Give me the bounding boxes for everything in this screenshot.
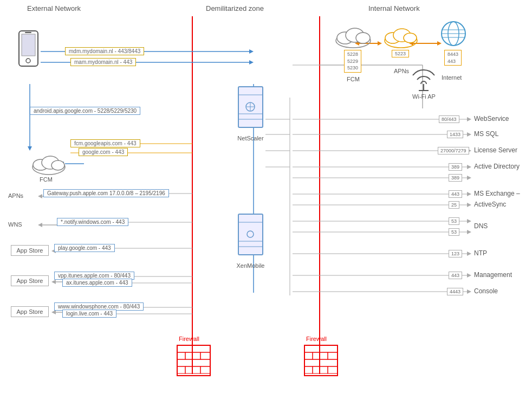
ax-itunes-label: ax.itunes.apple.com - 443 [62, 279, 132, 287]
svg-marker-49 [467, 192, 471, 196]
svg-rect-123 [304, 359, 320, 366]
dmz-title: Demilitarized zone [206, 4, 264, 12]
gateway-push-label: Gateway.push.apple.com 17.0.0.0/8 – 2195… [43, 189, 169, 197]
svg-rect-126 [313, 366, 328, 373]
network-diagram: External Network Demilitarized zone Inte… [0, 0, 532, 393]
port-dns2: 53 [449, 228, 459, 236]
svg-marker-27 [51, 310, 56, 314]
svg-rect-122 [328, 352, 338, 359]
port-ntp: 123 [449, 250, 462, 257]
service-console: Console [474, 287, 498, 295]
svg-rect-108 [192, 345, 210, 352]
svg-marker-55 [467, 289, 471, 294]
firewall-1-label: Firewall [179, 336, 199, 342]
svg-marker-44 [467, 117, 471, 121]
svg-marker-54 [467, 273, 471, 278]
fcm-cloud-left [30, 151, 68, 176]
svg-rect-113 [192, 359, 210, 366]
port-mgmt-443: 443 [449, 272, 462, 279]
fcm-port-5230: 5230 [347, 65, 358, 72]
svg-marker-3 [249, 49, 254, 54]
svg-marker-52 [467, 230, 471, 234]
svg-rect-72 [22, 34, 35, 56]
appstore-1: App Store [11, 245, 49, 256]
port-mssql: 1433 [447, 131, 463, 138]
svg-rect-86 [238, 214, 263, 255]
svg-rect-118 [304, 345, 320, 352]
svg-marker-23 [51, 280, 56, 284]
port-license: 27000/7279 [438, 147, 469, 154]
play-google-label: play.google.com - 443 [54, 244, 115, 252]
internal-network-title: Internal Network [368, 4, 420, 12]
fcm-port-5229: 5229 [347, 58, 358, 65]
port-dns1: 53 [449, 217, 459, 225]
port-mgmt-4443: 4443 [447, 288, 463, 295]
internet-port-443: 443 [447, 58, 458, 65]
login-live-label: login.live.com - 443 [62, 310, 116, 318]
apns-left-label: APNs [8, 192, 23, 199]
external-network-title: External Network [27, 4, 81, 12]
svg-rect-117 [304, 345, 338, 376]
fcm-port-5228: 5228 [347, 51, 358, 58]
google-label: google.com - 443 [79, 148, 128, 156]
fcm-left-label: FCM [40, 176, 53, 183]
port-ad2: 389 [449, 174, 462, 182]
appstore-3: App Store [11, 306, 49, 317]
notify-windows-label: *.notify.windows.com - 443 [57, 218, 128, 226]
phone-icon [16, 30, 41, 74]
service-mssql: MS SQL [474, 130, 498, 138]
svg-rect-127 [328, 366, 338, 373]
port-exchange-443: 443 [449, 190, 462, 198]
svg-rect-106 [177, 345, 210, 376]
android-label: android.apis.google.com - 5228/5229/5230 [30, 107, 140, 115]
port-webservice: 80/443 [439, 115, 459, 123]
svg-rect-125 [304, 366, 313, 373]
svg-rect-110 [185, 352, 200, 359]
svg-rect-115 [185, 366, 200, 373]
svg-rect-107 [177, 345, 192, 352]
mdm-label: mdm.mydomain.nl - 443/8443 [65, 47, 144, 55]
firewall-2-label: Firewall [306, 336, 327, 342]
apns-top-label: APNs [394, 68, 409, 74]
xenmobile-label: XenMobile [236, 262, 265, 269]
mam-label: mam.mydomain.nl - 443 [70, 58, 136, 66]
firewall-1: Firewall [176, 344, 211, 378]
svg-rect-124 [320, 359, 338, 366]
fcm-url-label: fcm.googleapis.com - 443 [70, 139, 140, 147]
svg-marker-53 [467, 252, 471, 256]
svg-marker-47 [467, 165, 471, 169]
svg-marker-48 [467, 176, 471, 180]
svg-rect-116 [200, 366, 210, 373]
service-activesync: ActiveSync [474, 201, 506, 208]
svg-marker-5 [249, 60, 254, 65]
port-ad1: 389 [449, 163, 462, 171]
internet-label: Internet [442, 74, 462, 81]
service-exchange: MS Exchange – [474, 190, 520, 197]
service-ntp: NTP [474, 249, 487, 257]
netscaler-icon: NetScaler [236, 84, 265, 141]
svg-rect-111 [200, 352, 210, 359]
service-webservice: WebService [474, 115, 509, 123]
svg-rect-120 [304, 352, 313, 359]
service-license: License Server [474, 146, 517, 154]
svg-point-94 [356, 33, 370, 43]
svg-marker-59 [378, 41, 382, 46]
apns-cloud-top: 5223 APNs [382, 22, 420, 50]
service-dns: DNS [474, 222, 488, 230]
appstore-2: App Store [11, 275, 49, 286]
service-mgmt: Management [474, 271, 512, 279]
svg-rect-74 [25, 32, 31, 33]
svg-rect-119 [320, 345, 338, 352]
xenmobile-icon: XenMobile [236, 211, 265, 269]
svg-point-98 [404, 33, 417, 43]
fcm-cloud-top: 5228 5229 5230 FCM [333, 22, 374, 50]
svg-marker-50 [467, 203, 471, 207]
svg-rect-121 [313, 352, 328, 359]
firewall-2: Firewall [303, 344, 339, 378]
svg-marker-7 [28, 146, 32, 151]
svg-point-73 [26, 59, 30, 63]
svg-marker-14 [38, 194, 42, 198]
svg-rect-112 [177, 359, 192, 366]
apns-port-5223: 5223 [395, 51, 406, 56]
svg-rect-114 [177, 366, 185, 373]
